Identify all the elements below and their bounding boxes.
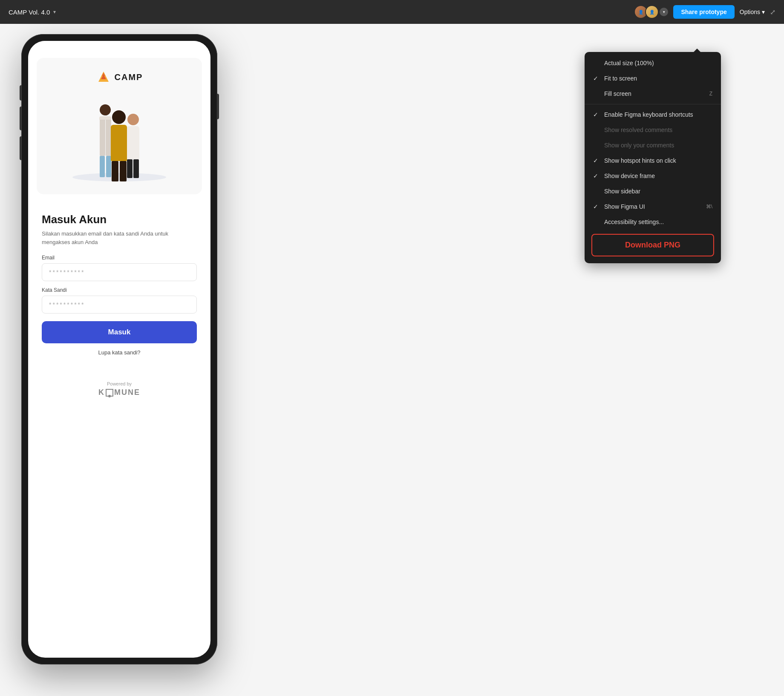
menu-figma-ui-shortcut: ⌘\ [706, 204, 712, 210]
camp-logo-icon [96, 71, 111, 83]
check-figma-ui: ✓ [593, 203, 600, 210]
person-1 [99, 104, 111, 177]
check-sidebar [593, 188, 600, 195]
komune-k: K [98, 388, 105, 397]
powered-by-section: Powered by K MUNE [42, 381, 197, 414]
check-figma-shortcuts: ✓ [593, 111, 600, 118]
email-input[interactable]: ********** [42, 263, 197, 281]
screen-hero-section: CAMP [28, 41, 210, 203]
share-prototype-button[interactable]: Share prototype [673, 5, 734, 19]
phone-button-left-3 [20, 136, 21, 160]
check-actual-size [593, 60, 600, 66]
avatar-group: 👤 👤 ▾ [634, 5, 668, 19]
avatar-2: 👤 [645, 5, 659, 19]
login-subtitle: Silakan masukkan email dan kata sandi An… [42, 230, 197, 246]
menu-only-comments-label: Show only your comments [604, 142, 674, 149]
menu-item-fill-screen[interactable]: Fill screen Z [585, 86, 721, 101]
check-fill-screen [593, 90, 600, 97]
menu-divider-1 [585, 104, 721, 104]
camp-logo: CAMP [96, 71, 143, 83]
check-hotspot-hints: ✓ [593, 157, 600, 164]
avatar-dropdown-button[interactable]: ▾ [660, 8, 668, 16]
topbar: CAMP Vol. 4.0 ▾ 👤 👤 ▾ Share prototype Op… [0, 0, 784, 24]
menu-hotspot-hints-label: Show hotspot hints on click [604, 157, 676, 164]
email-label: Email [42, 255, 197, 261]
options-chevron-icon: ▾ [762, 9, 765, 15]
check-device-frame: ✓ [593, 173, 600, 179]
login-button[interactable]: Masuk [42, 321, 197, 343]
check-accessibility [593, 219, 600, 225]
expand-button[interactable]: ⤢ [770, 8, 775, 16]
check-resolved-comments [593, 127, 600, 133]
person-2 [111, 110, 127, 181]
avatar-image-2: 👤 [646, 6, 658, 18]
komune-rest: MUNE [114, 388, 140, 397]
login-form-area: Masuk Akun Silakan masukkan email dan ka… [28, 203, 210, 427]
menu-item-figma-shortcuts[interactable]: ✓ Enable Figma keyboard shortcuts [585, 107, 721, 122]
phone-frame: CAMP [21, 34, 217, 664]
menu-item-actual-size[interactable]: Actual size (100%) [585, 55, 721, 71]
password-label: Kata Sandi [42, 287, 197, 293]
menu-item-fit-screen[interactable]: ✓ Fit to screen [585, 71, 721, 86]
phone-button-left-2 [20, 106, 21, 130]
phone-button-right [217, 94, 219, 119]
person-1-head [100, 104, 111, 115]
komune-o-icon [106, 389, 113, 397]
person-3 [127, 114, 139, 178]
powered-by-text: Powered by [42, 381, 197, 386]
menu-item-resolved-comments[interactable]: Show resolved comments [585, 122, 721, 138]
login-title: Masuk Akun [42, 213, 197, 226]
menu-item-device-frame[interactable]: ✓ Show device frame [585, 168, 721, 184]
phone-container: CAMP [21, 34, 226, 686]
password-input[interactable]: ********** [42, 296, 197, 313]
menu-fill-screen-label: Fill screen [604, 90, 631, 97]
camp-logo-text: CAMP [115, 72, 143, 82]
title-chevron-icon[interactable]: ▾ [53, 9, 56, 15]
forgot-password-link[interactable]: Lupa kata sandi? [42, 349, 197, 356]
topbar-left: CAMP Vol. 4.0 ▾ [9, 9, 56, 16]
menu-sidebar-label: Show sidebar [604, 188, 640, 195]
options-button[interactable]: Options ▾ [740, 9, 765, 15]
phone-screen: CAMP [28, 41, 210, 658]
check-only-comments [593, 142, 600, 149]
menu-fit-screen-label: Fit to screen [604, 75, 637, 82]
menu-actual-size-label: Actual size (100%) [604, 60, 654, 66]
menu-figma-shortcuts-label: Enable Figma keyboard shortcuts [604, 111, 693, 118]
topbar-right: 👤 👤 ▾ Share prototype Options ▾ ⤢ [634, 5, 775, 19]
menu-fill-screen-shortcut: Z [709, 91, 712, 97]
phone-button-left-1 [20, 85, 21, 101]
komune-logo: K MUNE [42, 388, 197, 397]
check-fit-screen: ✓ [593, 75, 600, 82]
menu-device-frame-label: Show device frame [604, 173, 655, 179]
download-png-button[interactable]: Download PNG [591, 234, 714, 256]
options-dropdown-menu: Actual size (100%) ✓ Fit to screen Fill … [585, 52, 721, 263]
menu-item-sidebar[interactable]: Show sidebar [585, 184, 721, 199]
menu-item-only-comments[interactable]: Show only your comments [585, 138, 721, 153]
menu-resolved-comments-label: Show resolved comments [604, 127, 672, 133]
menu-accessibility-label: Accessibility settings... [604, 219, 664, 225]
project-title: CAMP Vol. 4.0 [9, 9, 50, 16]
main-content: CAMP [0, 24, 784, 696]
options-label: Options [740, 9, 760, 15]
people-illustration [99, 96, 139, 181]
menu-item-figma-ui[interactable]: ✓ Show Figma UI ⌘\ [585, 199, 721, 214]
menu-item-hotspot-hints[interactable]: ✓ Show hotspot hints on click [585, 153, 721, 168]
menu-item-accessibility[interactable]: Accessibility settings... [585, 214, 721, 230]
hero-card: CAMP [37, 58, 202, 194]
menu-figma-ui-label: Show Figma UI [604, 203, 645, 210]
